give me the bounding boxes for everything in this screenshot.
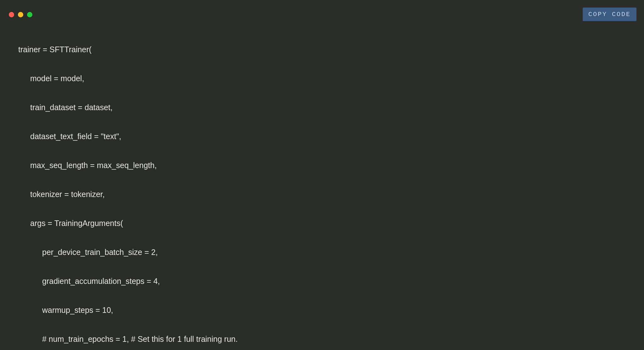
code-line: per_device_train_batch_size = 2, — [18, 245, 281, 259]
code-line: # num_train_epochs = 1, # Set this for 1… — [18, 332, 281, 346]
code-line: gradient_accumulation_steps = 4, — [18, 274, 281, 288]
code-line: dataset_text_field = "text", — [18, 129, 281, 144]
close-icon[interactable] — [9, 12, 14, 17]
code-block: trainer = SFTTrainer( model = model, tra… — [18, 28, 281, 350]
window-controls — [9, 12, 32, 17]
code-line: train_dataset = dataset, — [18, 100, 281, 115]
maximize-icon[interactable] — [27, 12, 32, 17]
code-line: trainer = SFTTrainer( — [18, 42, 281, 57]
code-line: max_seq_length = max_seq_length, — [18, 158, 281, 172]
code-line: tokenizer = tokenizer, — [18, 187, 281, 201]
code-line: model = model, — [18, 71, 281, 86]
code-line: warmup_steps = 10, — [18, 303, 281, 317]
copy-code-button[interactable]: COPY CODE — [583, 8, 636, 21]
code-line: args = TrainingArguments( — [18, 216, 281, 230]
minimize-icon[interactable] — [18, 12, 23, 17]
